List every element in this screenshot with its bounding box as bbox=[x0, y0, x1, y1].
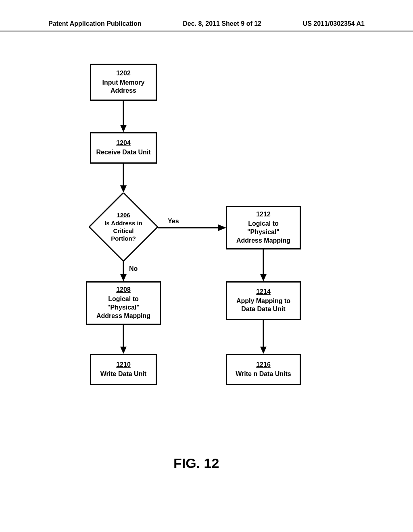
node-1216-num: 1216 bbox=[256, 361, 271, 369]
arrow-1208-1210 bbox=[119, 325, 127, 354]
edge-label-no: No bbox=[129, 265, 138, 272]
svg-marker-14 bbox=[260, 347, 267, 354]
node-1210: 1210 Write Data Unit bbox=[90, 354, 157, 385]
node-1208-text: Logical to "Physical" Address Mapping bbox=[96, 295, 150, 320]
node-1212: 1212 Logical to "Physical" Address Mappi… bbox=[226, 206, 301, 249]
node-1212-text: Logical to "Physical" Address Mapping bbox=[236, 220, 290, 245]
arrow-1206-1208 bbox=[119, 261, 127, 281]
svg-marker-1 bbox=[120, 125, 127, 132]
node-1216: 1216 Write n Data Units bbox=[226, 354, 301, 385]
node-1216-text: Write n Data Units bbox=[236, 370, 291, 378]
arrow-1212-1214 bbox=[259, 249, 267, 281]
svg-marker-3 bbox=[120, 185, 127, 193]
node-1204: 1204 Receive Data Unit bbox=[90, 132, 157, 164]
node-1208: 1208 Logical to "Physical" Address Mappi… bbox=[86, 281, 161, 325]
node-1214: 1214 Apply Mapping to Data Data Unit bbox=[226, 281, 301, 320]
node-1210-num: 1210 bbox=[116, 361, 131, 369]
svg-marker-6 bbox=[218, 224, 226, 231]
header-center: Dec. 8, 2011 Sheet 9 of 12 bbox=[183, 20, 261, 27]
node-1202: 1202 Input Memory Address bbox=[90, 64, 157, 101]
page-header: Patent Application Publication Dec. 8, 2… bbox=[0, 0, 413, 31]
node-1206-text: Is Address in Critical Portion? bbox=[104, 220, 142, 242]
figure-caption: FIG. 12 bbox=[173, 455, 219, 471]
arrow-1202-1204 bbox=[119, 101, 127, 132]
node-1214-text: Apply Mapping to Data Data Unit bbox=[236, 297, 290, 314]
node-1212-num: 1212 bbox=[256, 210, 271, 219]
node-1204-text: Receive Data Unit bbox=[96, 148, 150, 157]
arrow-1214-1216 bbox=[259, 320, 267, 354]
header-right: US 2011/0302354 A1 bbox=[303, 20, 365, 27]
svg-marker-10 bbox=[120, 347, 127, 354]
header-left: Patent Application Publication bbox=[48, 20, 142, 27]
svg-marker-12 bbox=[260, 274, 267, 281]
node-1210-text: Write Data Unit bbox=[100, 370, 146, 378]
node-1214-num: 1214 bbox=[256, 288, 271, 296]
node-1202-num: 1202 bbox=[116, 69, 131, 78]
svg-marker-8 bbox=[120, 274, 127, 281]
node-1206-num: 1206 bbox=[117, 212, 130, 219]
node-1206: 1206 Is Address in Critical Portion? bbox=[89, 193, 158, 261]
node-1204-num: 1204 bbox=[116, 139, 131, 148]
flowchart-diagram: 1202 Input Memory Address 1204 Receive D… bbox=[0, 31, 413, 434]
arrow-1206-1212 bbox=[158, 224, 226, 232]
node-1208-num: 1208 bbox=[116, 286, 131, 294]
node-1202-text: Input Memory Address bbox=[102, 79, 145, 96]
arrow-1204-1206 bbox=[119, 164, 127, 193]
